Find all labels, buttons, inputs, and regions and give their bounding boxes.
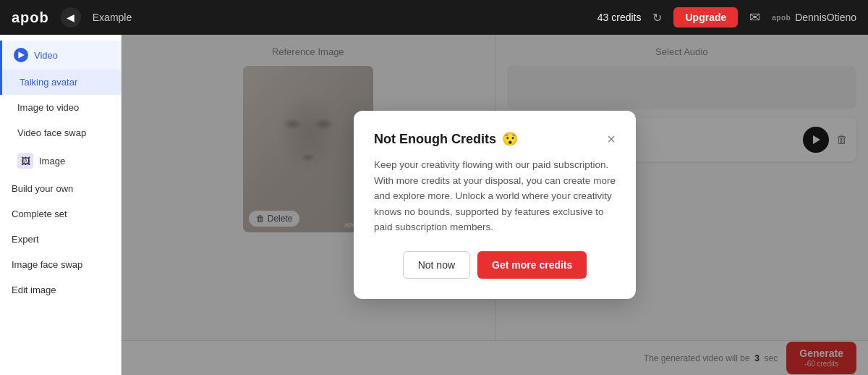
sidebar-item-video[interactable]: Video [0,41,121,69]
image-to-video-label: Image to video [17,102,79,113]
example-label: Example [93,12,132,23]
image-face-swap-label: Image face swap [12,259,82,270]
sidebar-item-image[interactable]: 🖼 Image [0,146,121,176]
not-now-button[interactable]: Not now [403,251,470,279]
header: apob ◀ Example 43 credits ↻ Upgrade ✉ ap… [0,0,868,35]
sidebar-video-label: Video [34,50,58,61]
user-info: apob DennisOtieno [772,12,856,23]
sidebar-item-edit-image[interactable]: Edit image [0,277,121,303]
modal-dialog: Not Enough Credits 😯 × Keep your creativ… [354,111,636,299]
talking-avatar-label: Talking avatar [20,77,77,88]
modal-overlay: Not Enough Credits 😯 × Keep your creativ… [122,35,868,375]
modal-title: Not Enough Credits 😯 [374,131,518,147]
sidebar-item-image-to-video[interactable]: Image to video [0,95,121,120]
edit-image-label: Edit image [12,285,56,295]
image-label: Image [39,156,65,167]
refresh-icon[interactable]: ↻ [652,11,662,25]
nav-back-button[interactable]: ◀ [61,7,81,28]
example-nav: Example [93,12,132,23]
modal-body: Keep your creativity flowing with our pa… [374,157,616,235]
sidebar-item-talking-avatar[interactable]: Talking avatar [0,69,121,95]
modal-title-text: Not Enough Credits [374,132,496,147]
sidebar-item-image-face-swap[interactable]: Image face swap [0,252,121,277]
header-right: 43 credits ↻ Upgrade ✉ apob DennisOtieno [597,7,856,28]
sidebar-item-complete-set[interactable]: Complete set [0,201,121,227]
logo: apob [12,9,49,26]
build-your-own-label: Build your own [12,183,73,194]
modal-actions: Not now Get more credits [374,251,616,279]
sidebar: Video Talking avatar Image to video Vide… [0,35,122,375]
credits-badge: 43 credits [597,12,642,23]
play-icon [14,48,28,62]
sidebar-section-video: Video Talking avatar Image to video Vide… [0,35,121,308]
back-icon: ◀ [67,12,75,23]
video-face-swap-label: Video face swap [17,127,86,138]
expert-label: Expert [12,234,39,245]
modal-close-button[interactable]: × [607,132,616,146]
main-layout: Video Talking avatar Image to video Vide… [0,35,868,375]
mail-icon[interactable]: ✉ [749,9,760,25]
user-logo-small: apob [772,14,791,22]
complete-set-label: Complete set [12,208,67,219]
svg-marker-0 [18,51,24,59]
sidebar-item-expert[interactable]: Expert [0,227,121,252]
modal-header: Not Enough Credits 😯 × [374,131,616,147]
username: DennisOtieno [795,12,856,23]
sidebar-item-video-face-swap[interactable]: Video face swap [0,120,121,146]
image-icon: 🖼 [17,153,33,169]
content-area: Reference Image apob.ai 🗑 Delete Select … [122,35,868,375]
get-credits-button[interactable]: Get more credits [477,251,587,279]
upgrade-button[interactable]: Upgrade [673,7,738,28]
modal-emoji: 😯 [502,131,518,147]
sidebar-item-build-your-own[interactable]: Build your own [0,176,121,201]
